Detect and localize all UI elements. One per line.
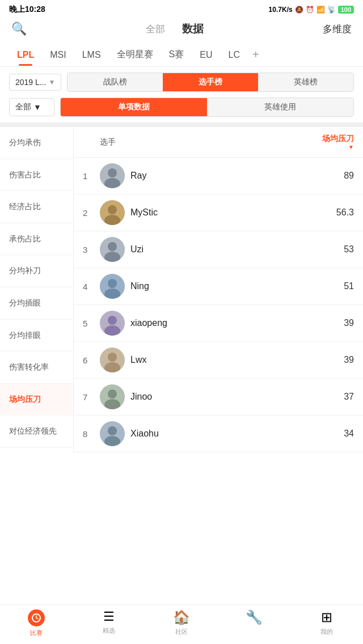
nav-item-all[interactable]: 全部 (146, 23, 165, 36)
player-stat-5: 39 (344, 318, 354, 328)
avatar-1 (100, 163, 125, 188)
nav-multidimension[interactable]: 多维度 (323, 23, 352, 36)
rank-5: 5 (83, 319, 100, 328)
player-name-7: Jinoo (130, 392, 344, 402)
status-time: 晚上10:28 (9, 5, 45, 15)
hero-tab[interactable]: 英雄榜 (258, 73, 353, 91)
match-icon (28, 609, 45, 626)
league-tab-s[interactable]: S赛 (161, 43, 192, 66)
match-label: 比赛 (30, 629, 43, 637)
table-row[interactable]: 1 Ray 89 (74, 158, 363, 194)
player-name-5: xiaopeng (130, 318, 344, 328)
league-tab-lpl[interactable]: LPL (9, 44, 42, 66)
player-name-2: MyStic (130, 207, 336, 218)
mine-icon: ⊞ (321, 609, 332, 625)
nav-mine[interactable]: ⊞ 我的 (290, 609, 363, 637)
table-row[interactable]: 5 xiaopeng 39 (74, 305, 363, 342)
player-stat-1: 89 (344, 171, 354, 181)
rank-6: 6 (83, 355, 100, 365)
rank-4: 4 (83, 282, 100, 291)
main-content: 分均承伤 伤害占比 经济占比 承伤占比 分均补刀 分均插眼 分均排眼 伤害转化率… (0, 127, 363, 498)
nav-match[interactable]: 比赛 (0, 609, 73, 637)
player-stat-7: 37 (344, 392, 354, 402)
nav-center: 全部 数据 (146, 22, 204, 36)
nav-tools[interactable]: 🔧 (218, 609, 290, 637)
stat-header-label: 场均压刀 (322, 134, 354, 144)
svg-point-19 (108, 389, 117, 399)
table-row[interactable]: 3 Uzi 53 (74, 231, 363, 268)
player-stat-6: 39 (344, 355, 354, 365)
league-tab-lms[interactable]: LMS (74, 44, 109, 66)
table-row[interactable]: 8 Xiaohu 34 (74, 416, 363, 452)
search-icon[interactable]: 🔍 (11, 22, 27, 36)
nav-community[interactable]: 🏠 社区 (145, 609, 218, 637)
player-name-6: Lwx (130, 355, 344, 365)
data-type-tabs: 单项数据 英雄使用 (60, 98, 354, 117)
sidebar-item-6[interactable]: 分均排眼 (0, 320, 73, 352)
sort-arrow: ▼ (348, 144, 354, 150)
league-tabs: LPL MSI LMS 全明星赛 S赛 EU LC + (0, 43, 363, 67)
league-tab-msi[interactable]: MSI (42, 44, 74, 66)
mine-label: 我的 (320, 628, 333, 636)
player-stat-4: 51 (344, 281, 354, 291)
sidebar-item-2[interactable]: 经济占比 (0, 191, 73, 223)
sidebar-item-0[interactable]: 分均承伤 (0, 127, 73, 159)
bottom-nav: 比赛 ☰ 精选 🏠 社区 🔧 ⊞ 我的 (0, 604, 363, 644)
signal-icon: 🔕 (295, 6, 303, 14)
top-nav: 🔍 全部 数据 多维度 (0, 17, 363, 43)
sidebar-item-9[interactable]: 对位经济领先 (0, 416, 73, 448)
rank-7: 7 (83, 392, 100, 402)
season-dropdown[interactable]: 2019 L... ▼ (9, 74, 61, 91)
avatar-3 (100, 237, 125, 262)
svg-point-7 (108, 242, 117, 251)
featured-label: 精选 (103, 626, 115, 635)
player-header: 选手 (100, 137, 322, 147)
player-stat-8: 34 (344, 429, 354, 439)
svg-point-1 (108, 168, 117, 177)
player-name-8: Xiaohu (130, 429, 344, 439)
dropdown-arrow: ▼ (49, 78, 56, 86)
single-data-tab[interactable]: 单项数据 (61, 98, 207, 116)
season-label: 2019 L... (15, 78, 47, 87)
league-tab-add[interactable]: + (248, 44, 264, 66)
rank-1: 1 (83, 171, 100, 181)
stat-header[interactable]: 场均压刀 ▼ (322, 134, 354, 150)
community-label: 社区 (175, 628, 188, 636)
stat-sidebar: 分均承伤 伤害占比 经济占比 承伤占比 分均补刀 分均插眼 分均排眼 伤害转化率… (0, 127, 74, 452)
nav-featured[interactable]: ☰ 精选 (73, 609, 145, 637)
nav-item-data[interactable]: 数据 (182, 22, 204, 36)
wifi-icon: 📡 (327, 6, 336, 14)
table-row[interactable]: 4 Ning 51 (74, 268, 363, 305)
sidebar-item-5[interactable]: 分均插眼 (0, 287, 73, 320)
ranking-tabs: 战队榜 选手榜 英雄榜 (67, 73, 354, 92)
table-row[interactable]: 2 MyStic 56.3 (74, 194, 363, 231)
svg-point-4 (108, 205, 117, 214)
hero-usage-tab[interactable]: 英雄使用 (207, 98, 353, 116)
team-tab[interactable]: 战队榜 (67, 73, 163, 91)
featured-icon: ☰ (103, 609, 115, 624)
player-table: 选手 场均压刀 ▼ 1 Ray 89 2 MyStic 56.3 3 (74, 127, 363, 452)
sidebar-item-7[interactable]: 伤害转化率 (0, 351, 73, 384)
rank-2: 2 (83, 208, 100, 218)
sidebar-item-8[interactable]: 场均压刀 (0, 384, 73, 416)
league-tab-allstar[interactable]: 全明星赛 (109, 43, 161, 66)
svg-point-16 (108, 353, 117, 362)
avatar-5 (100, 311, 125, 336)
player-name-4: Ning (130, 281, 344, 291)
sidebar-item-4[interactable]: 分均补刀 (0, 255, 73, 287)
table-row[interactable]: 7 Jinoo 37 (74, 379, 363, 416)
league-tab-eu[interactable]: EU (192, 44, 220, 66)
sub-filter-row: 全部 ▼ 单项数据 英雄使用 (0, 98, 363, 122)
avatar-6 (100, 348, 125, 372)
svg-point-13 (108, 316, 117, 325)
sidebar-item-3[interactable]: 承伤占比 (0, 223, 73, 256)
league-tab-lc[interactable]: LC (220, 44, 247, 66)
svg-point-10 (108, 279, 117, 288)
sidebar-item-1[interactable]: 伤害占比 (0, 159, 73, 192)
player-name-3: Uzi (130, 244, 344, 255)
category-dropdown[interactable]: 全部 ▼ (9, 98, 54, 116)
player-tab[interactable]: 选手榜 (163, 73, 258, 91)
table-row[interactable]: 6 Lwx 39 (74, 342, 363, 379)
cellular-icon: 📶 (316, 6, 325, 14)
avatar-4 (100, 274, 125, 299)
